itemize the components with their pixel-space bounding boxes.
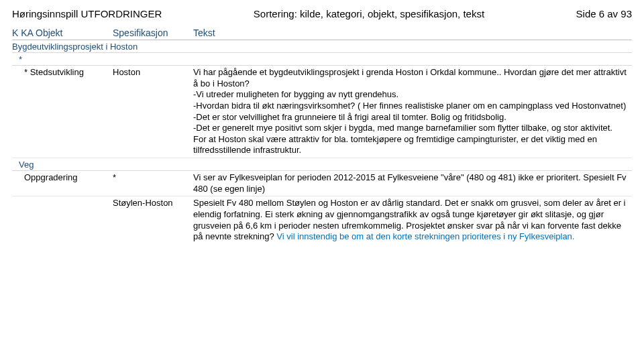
row-text: Spesielt Fv 480 mellom Støylen og Hoston… [193, 198, 632, 243]
page-header: Høringsinnspill UTFORDRINGER Sortering: … [12, 8, 632, 19]
section-star: * [12, 53, 632, 66]
col-tekst: Tekst [193, 27, 632, 38]
row-spec: Støylen-Hoston [113, 198, 193, 243]
row-object: Oppgradering [12, 172, 113, 194]
col-objekt: K KA Objekt [12, 27, 113, 38]
row-text: Vi har pågående et bygdeutviklingsprosje… [193, 67, 632, 156]
row-object: * Stedsutvikling [12, 67, 113, 156]
row-text-part-b: Vi vil innstendig be om at den korte str… [276, 231, 574, 241]
table-row: Oppgradering * Vi ser av Fylkesveiplan f… [12, 171, 632, 196]
header-right: Side 6 av 93 [576, 8, 632, 19]
section-title: Veg [12, 158, 632, 171]
header-center: Sortering: kilde, kategori, objekt, spes… [254, 8, 484, 19]
row-spec: Hoston [113, 67, 193, 156]
row-text: Vi ser av Fylkesveiplan for perioden 201… [193, 172, 632, 194]
row-spec: * [113, 172, 193, 194]
header-left: Høringsinnspill UTFORDRINGER [12, 8, 162, 19]
table-row: * Stedsutvikling Hoston Vi har pågående … [12, 66, 632, 158]
table-row: Støylen-Hoston Spesielt Fv 480 mellom St… [12, 196, 632, 244]
col-spesifikasjon: Spesifikasjon [113, 27, 193, 38]
section-title: Bygdeutviklingsprosjekt i Hoston [12, 40, 632, 53]
column-headers: K KA Objekt Spesifikasjon Tekst [12, 26, 632, 40]
row-object [12, 198, 113, 243]
